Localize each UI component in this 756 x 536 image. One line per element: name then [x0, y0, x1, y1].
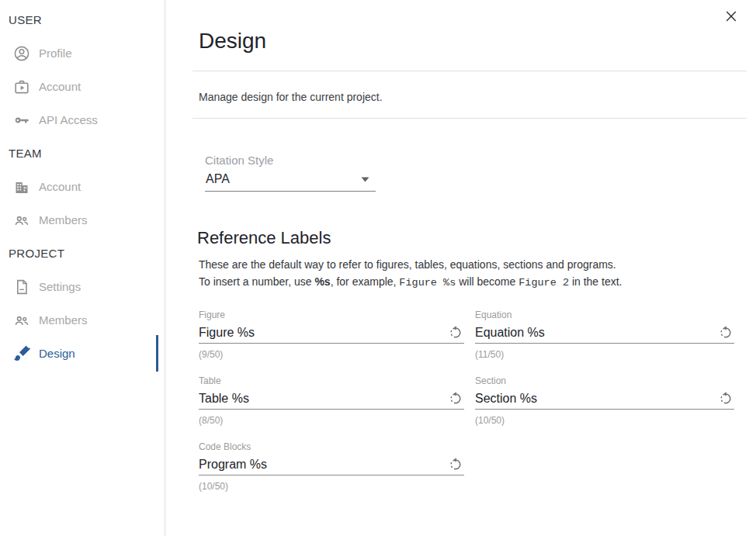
field-label: Figure	[199, 309, 464, 320]
field-code-blocks: Code Blocks (10/50)	[199, 441, 464, 492]
reference-labels-description: These are the default way to refer to fi…	[199, 256, 756, 292]
reset-restore-icon	[718, 324, 733, 340]
description-line-1: These are the default way to refer to fi…	[199, 258, 616, 271]
field-label: Equation	[475, 309, 734, 320]
sidebar-item-label: Account	[39, 80, 81, 93]
field-figure: Figure (9/50)	[199, 309, 464, 360]
citation-style-label: Citation Style	[205, 154, 376, 167]
building-icon	[12, 178, 31, 196]
sidebar-section-user: USER	[0, 3, 165, 36]
citation-style-value: APA	[206, 171, 230, 187]
sidebar-item-label: Design	[39, 347, 75, 360]
panel-description: Manage design for the current project.	[199, 89, 756, 105]
reset-button[interactable]	[717, 389, 734, 406]
design-settings-panel: Design Manage design for the current pro…	[166, 0, 756, 536]
reset-button[interactable]	[717, 323, 734, 341]
group-icon	[12, 211, 31, 230]
sidebar-item-design[interactable]: Design	[0, 337, 165, 370]
sidebar-item-label: Members	[39, 313, 88, 327]
sidebar-item-project-settings[interactable]: Settings	[0, 270, 165, 303]
field-label: Table	[199, 375, 464, 386]
char-counter: (10/50)	[199, 482, 464, 492]
page-title: Design	[199, 29, 756, 53]
equation-label-input[interactable]	[475, 326, 717, 340]
field-label: Section	[475, 375, 734, 386]
sidebar-item-project-members[interactable]: Members	[0, 303, 165, 337]
close-button[interactable]	[723, 8, 740, 25]
document-icon	[12, 278, 31, 296]
brush-icon	[12, 344, 31, 363]
reset-button[interactable]	[447, 389, 464, 406]
reset-restore-icon	[448, 324, 463, 340]
field-section: Section (10/50)	[475, 375, 734, 426]
char-counter: (9/50)	[199, 350, 464, 360]
divider	[192, 71, 747, 71]
sidebar-item-user-account[interactable]: Account	[0, 70, 165, 103]
close-icon	[724, 9, 738, 23]
divider	[192, 118, 747, 119]
field-table: Table (8/50)	[199, 375, 464, 426]
sidebar-item-team-account[interactable]: Account	[0, 170, 165, 203]
sidebar-item-label: Profile	[39, 47, 72, 60]
char-counter: (10/50)	[475, 416, 734, 426]
reset-button[interactable]	[447, 455, 464, 472]
reset-restore-icon	[448, 390, 463, 406]
sidebar-section-project: PROJECT	[0, 237, 165, 270]
sidebar-item-label: API Access	[39, 113, 98, 126]
reset-restore-icon	[718, 390, 733, 406]
reference-labels-heading: Reference Labels	[197, 227, 756, 249]
caret-down-icon	[361, 177, 369, 182]
sidebar-item-team-members[interactable]: Members	[0, 203, 165, 237]
code-blocks-label-input[interactable]	[199, 458, 447, 472]
reference-label-fields: Figure (9/50) Equation	[199, 309, 733, 492]
sidebar-section-team: TEAM	[0, 137, 165, 170]
section-label-input[interactable]	[475, 392, 717, 406]
sidebar-item-label: Members	[39, 213, 88, 227]
char-counter: (8/50)	[199, 416, 464, 426]
reset-restore-icon	[448, 456, 463, 472]
char-counter: (11/50)	[475, 350, 734, 360]
person-circle-icon	[12, 44, 31, 63]
group-icon	[12, 311, 31, 330]
key-icon	[12, 111, 31, 130]
table-label-input[interactable]	[199, 392, 447, 406]
citation-style-select[interactable]: Citation Style APA	[205, 154, 376, 192]
figure-label-input[interactable]	[199, 326, 447, 340]
active-item-indicator	[156, 335, 158, 372]
sidebar-item-label: Account	[39, 180, 81, 193]
sidebar-item-profile[interactable]: Profile	[0, 36, 165, 70]
briefcase-play-icon	[12, 78, 31, 96]
sidebar-item-api-access[interactable]: API Access	[0, 103, 165, 137]
field-label: Code Blocks	[199, 441, 464, 452]
settings-sidebar: USER Profile Account	[0, 0, 165, 536]
description-line-2: To insert a number, use %s, for example,…	[199, 275, 622, 288]
field-equation: Equation (11/50)	[475, 309, 734, 360]
sidebar-item-label: Settings	[39, 280, 81, 293]
reset-button[interactable]	[447, 323, 464, 341]
